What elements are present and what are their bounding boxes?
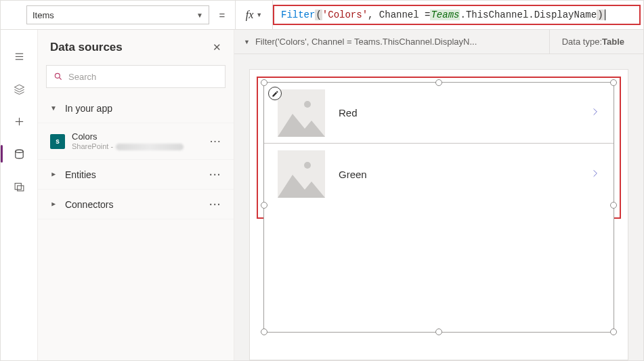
svg-point-13 <box>304 162 311 169</box>
data-type-indicator: Data type: Table <box>550 30 637 54</box>
redacted-text <box>116 144 184 150</box>
formula-token-paren: ) <box>597 9 603 20</box>
formula-token-object: Teams <box>430 9 460 20</box>
svg-rect-7 <box>17 186 23 191</box>
chevron-right-icon[interactable] <box>591 105 600 121</box>
chevron-down-icon: ▼ <box>50 104 57 112</box>
resize-handle[interactable] <box>435 328 442 335</box>
rail-tree-view[interactable] <box>4 43 34 69</box>
data-type-value: Table <box>602 37 624 47</box>
close-icon[interactable]: ✕ <box>213 41 221 54</box>
gallery-item[interactable]: Red <box>264 83 614 144</box>
chevron-down-icon: ▼ <box>256 12 262 18</box>
fx-button[interactable]: fx ▼ <box>235 1 273 29</box>
section-in-your-app[interactable]: ▼ In your app <box>38 93 234 123</box>
chevron-down-icon: ▼ <box>196 12 203 19</box>
section-entities[interactable]: ▼ Entities ··· <box>38 160 234 190</box>
section-label: Connectors <box>65 199 114 210</box>
svg-point-8 <box>55 73 60 78</box>
more-icon[interactable]: ··· <box>209 199 221 210</box>
resize-handle[interactable] <box>435 79 442 86</box>
formula-bar[interactable]: Filter('Colors', Channel = Teams.ThisCha… <box>273 5 641 25</box>
svg-rect-6 <box>15 183 21 189</box>
data-sources-panel: Data sources ✕ Search ▼ In your app s Co… <box>38 30 234 360</box>
datasource-service: SharePoint - <box>72 142 113 152</box>
edit-pencil-icon[interactable] <box>268 87 282 100</box>
section-connectors[interactable]: ▼ Connectors ··· <box>38 190 234 219</box>
app-canvas[interactable]: Red Green <box>249 69 628 360</box>
section-label: Entities <box>65 169 96 180</box>
gallery-item-label: Green <box>339 169 577 180</box>
search-placeholder: Search <box>68 72 96 82</box>
rail-data[interactable] <box>4 141 34 167</box>
formula-breadcrumb[interactable]: ▼ Filter('Colors', Channel = Teams.ThisC… <box>234 30 550 54</box>
svg-point-11 <box>304 101 311 108</box>
resize-handle[interactable] <box>610 79 617 86</box>
sharepoint-icon: s <box>50 134 65 149</box>
search-input[interactable]: Search <box>46 65 226 88</box>
data-type-label: Data type: <box>562 37 602 47</box>
formula-token-string: 'Colors' <box>322 9 368 20</box>
svg-point-5 <box>15 150 22 152</box>
formula-token-fn: Filter <box>281 9 315 20</box>
chevron-down-icon: ▼ <box>244 39 250 45</box>
canvas-area: ▼ Filter('Colors', Channel = Teams.ThisC… <box>234 30 643 360</box>
left-rail <box>1 30 38 360</box>
gallery-item[interactable]: Green <box>264 144 614 205</box>
image-placeholder-icon <box>278 150 325 198</box>
svg-line-9 <box>60 78 62 80</box>
formula-token-plain: .ThisChannel.DisplayName <box>460 9 597 20</box>
chevron-right-icon: ▼ <box>49 201 57 208</box>
property-selector[interactable]: Items ▼ <box>26 5 209 24</box>
text-cursor <box>605 9 605 20</box>
datasource-name: Colors <box>72 131 184 142</box>
more-icon[interactable]: ··· <box>209 169 221 180</box>
image-placeholder-icon <box>278 89 325 137</box>
gallery-control[interactable]: Red Green <box>263 82 614 333</box>
resize-handle[interactable] <box>610 202 617 209</box>
rail-add[interactable] <box>4 108 34 134</box>
search-icon <box>53 72 63 81</box>
rail-media[interactable] <box>4 173 34 199</box>
formula-token-paren: ( <box>315 9 322 20</box>
section-label: In your app <box>65 103 112 114</box>
rail-insert[interactable] <box>4 76 34 102</box>
chevron-right-icon: ▼ <box>49 171 57 178</box>
datasource-colors[interactable]: s Colors SharePoint - ··· <box>38 123 234 160</box>
resize-handle[interactable] <box>610 328 617 335</box>
equals-sign: = <box>209 9 235 21</box>
more-icon[interactable]: ··· <box>210 136 221 146</box>
formula-token-plain: , Channel = <box>368 9 430 20</box>
panel-title: Data sources <box>50 41 123 54</box>
property-name: Items <box>33 10 54 20</box>
resize-handle[interactable] <box>261 79 267 86</box>
breadcrumb-text: Filter('Colors', Channel = Teams.ThisCha… <box>255 37 477 47</box>
resize-handle[interactable] <box>261 202 267 209</box>
gallery-item-label: Red <box>339 107 577 119</box>
chevron-right-icon[interactable] <box>591 167 600 182</box>
resize-handle[interactable] <box>261 328 267 335</box>
fx-label: fx <box>246 9 254 21</box>
